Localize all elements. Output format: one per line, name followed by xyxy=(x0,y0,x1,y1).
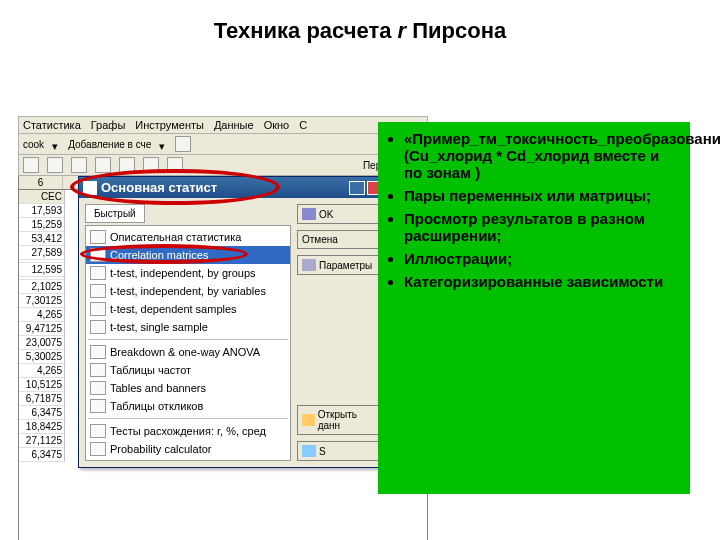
cell[interactable]: 4,265 xyxy=(19,364,65,378)
bullet-item: Пары переменных или матрицы; xyxy=(404,187,680,204)
cell[interactable]: 5,30025 xyxy=(19,350,65,364)
menu-tools[interactable]: Инструменты xyxy=(135,119,204,131)
select-cases-button[interactable]: S xyxy=(297,441,381,461)
corr-icon xyxy=(90,248,106,262)
tool-icon[interactable] xyxy=(47,157,63,173)
stats-menu: Описательная статистика Correlation matr… xyxy=(85,225,291,461)
tool-icon[interactable] xyxy=(23,157,39,173)
menu-data[interactable]: Данные xyxy=(214,119,254,131)
grid-icon xyxy=(302,208,316,220)
bullet-item: Просмотр результатов в разном расширении… xyxy=(404,210,680,244)
cell[interactable]: 15,259 xyxy=(19,218,65,232)
cell[interactable]: 2,1025 xyxy=(19,280,65,294)
ok-button[interactable]: OK xyxy=(297,204,381,224)
menu-diff-tests[interactable]: Тесты расхождения: r, %, сред xyxy=(86,422,290,440)
cell[interactable]: 6,3475 xyxy=(19,448,65,462)
menu-tables-banners[interactable]: Tables and banners xyxy=(86,379,290,397)
calc-icon xyxy=(90,442,106,456)
tool-icon[interactable] xyxy=(143,157,159,173)
table-icon xyxy=(90,381,106,395)
tab-quick[interactable]: Быстрый xyxy=(85,204,145,223)
help-icon[interactable] xyxy=(175,136,191,152)
menu-window[interactable]: Окно xyxy=(264,119,290,131)
ttest-icon xyxy=(90,266,106,280)
cell[interactable]: 10,5125 xyxy=(19,378,65,392)
menu-prob-calc[interactable]: Probability calculator xyxy=(86,440,290,458)
ttest-icon xyxy=(90,284,106,298)
cell[interactable]: 27,1125 xyxy=(19,434,65,448)
tool-icon[interactable] xyxy=(71,157,87,173)
cell[interactable]: 7,30125 xyxy=(19,294,65,308)
toolbar-2: Переменные xyxy=(18,155,428,176)
menubar: Статистика Графы Инструменты Данные Окно… xyxy=(18,116,428,134)
tool-icon[interactable] xyxy=(95,157,111,173)
col-hdr[interactable]: 6 xyxy=(19,176,63,189)
cell[interactable]: 9,47125 xyxy=(19,322,65,336)
cell[interactable]: 53,412 xyxy=(19,232,65,246)
separator xyxy=(88,418,288,419)
bullet-item: Категоризированные зависимости xyxy=(404,273,680,290)
open-data-button[interactable]: Открыть данн xyxy=(297,405,381,435)
anova-icon xyxy=(90,345,106,359)
menu-ttest-groups[interactable]: t-test, independent, by groups xyxy=(86,264,290,282)
bullet-item: Иллюстрации; xyxy=(404,250,680,267)
menu-ttest-vars[interactable]: t-test, independent, by variables xyxy=(86,282,290,300)
menu-statistics[interactable]: Статистика xyxy=(23,119,81,131)
basic-stats-dialog: Основная статист Быстрый Описательная ст… xyxy=(78,176,388,468)
tool-icon[interactable] xyxy=(167,157,183,173)
menu-response-tables[interactable]: Таблицы откликов xyxy=(86,397,290,415)
ttest-icon xyxy=(90,320,106,334)
menu-correlation-matrices[interactable]: Correlation matrices xyxy=(86,246,290,264)
row-header[interactable]: CEC xyxy=(19,190,65,204)
bullet-item: «Пример_тм_токсичность_преобразования.xl… xyxy=(404,130,680,181)
menu-ttest-dep[interactable]: t-test, dependent samples xyxy=(86,300,290,318)
desc-icon xyxy=(90,230,106,244)
menu-breakdown[interactable]: Breakdown & one-way ANOVA xyxy=(86,343,290,361)
toolbar-book: cook xyxy=(23,139,44,150)
notes-panel: «Пример_тм_токсичность_преобразования.xl… xyxy=(378,122,690,494)
tool-icon[interactable] xyxy=(119,157,135,173)
ttest-icon xyxy=(90,302,106,316)
options-button[interactable]: Параметры xyxy=(297,255,381,275)
menu-more[interactable]: С xyxy=(299,119,307,131)
chevron-down-icon[interactable]: ▾ xyxy=(52,140,60,148)
menu-ttest-single[interactable]: t-test, single sample xyxy=(86,318,290,336)
cell[interactable]: 6,71875 xyxy=(19,392,65,406)
data-column: CEC 17,593 15,259 53,412 27,589 12,595 2… xyxy=(19,190,65,462)
cell[interactable]: 27,589 xyxy=(19,246,65,260)
select-cases-icon xyxy=(302,445,316,457)
cell[interactable]: 23,0075 xyxy=(19,336,65,350)
dialog-titlebar[interactable]: Основная статист xyxy=(79,177,387,198)
minimize-icon[interactable] xyxy=(349,181,365,195)
toolbar-add-label: Добавление в сче xyxy=(68,139,151,150)
cell[interactable]: 6,3475 xyxy=(19,406,65,420)
opts-icon xyxy=(302,259,316,271)
table-icon xyxy=(90,363,106,377)
cell[interactable]: 18,8425 xyxy=(19,420,65,434)
menu-graphs[interactable]: Графы xyxy=(91,119,126,131)
cancel-button[interactable]: Отмена xyxy=(297,230,381,249)
cell[interactable]: 17,593 xyxy=(19,204,65,218)
cell[interactable]: 12,595 xyxy=(19,263,65,277)
slide-title: Техника расчета r Пирсона xyxy=(0,0,720,52)
diff-icon xyxy=(90,424,106,438)
table-icon xyxy=(90,399,106,413)
toolbar-1: cook▾ Добавление в сче▾ xyxy=(18,134,428,155)
cell[interactable]: 4,265 xyxy=(19,308,65,322)
stats-icon xyxy=(83,181,97,195)
chevron-down-icon[interactable]: ▾ xyxy=(159,140,167,148)
menu-descriptives[interactable]: Описательная статистика xyxy=(86,228,290,246)
dialog-title: Основная статист xyxy=(101,180,347,195)
folder-icon xyxy=(302,414,315,426)
menu-freq-tables[interactable]: Таблицы частот xyxy=(86,361,290,379)
separator xyxy=(88,339,288,340)
